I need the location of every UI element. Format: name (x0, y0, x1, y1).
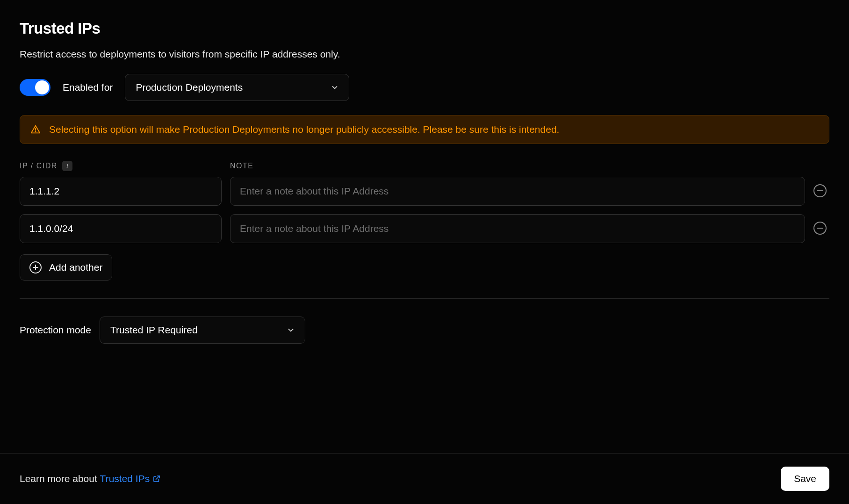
warning-alert: Selecting this option will make Producti… (20, 115, 829, 144)
column-ip-label-text: IP / CIDR (20, 162, 58, 170)
table-header: IP / CIDR i NOTE (20, 161, 829, 171)
protection-mode-label: Protection mode (20, 324, 91, 336)
learn-more-link-text: Trusted IPs (100, 473, 150, 484)
protection-row: Protection mode Trusted IP Required (20, 317, 829, 344)
remove-row-button[interactable] (813, 184, 827, 197)
plus-circle-icon (29, 261, 42, 274)
warning-text: Selecting this option will make Producti… (49, 124, 559, 135)
enabled-toggle[interactable] (20, 79, 50, 96)
page-subtitle: Restrict access to deployments to visito… (20, 49, 829, 60)
scope-select[interactable]: Production Deployments (125, 74, 349, 101)
protection-mode-value: Trusted IP Required (110, 324, 198, 336)
chevron-down-icon (331, 84, 338, 91)
note-input[interactable] (230, 177, 805, 206)
column-ip-label: IP / CIDR i (20, 161, 222, 171)
divider (20, 298, 829, 299)
remove-row-button[interactable] (813, 222, 827, 235)
ip-row (20, 214, 829, 243)
scope-select-value: Production Deployments (136, 82, 243, 93)
column-note-label: NOTE (230, 161, 805, 171)
footer: Learn more about Trusted IPs Save (0, 453, 849, 504)
footer-text: Learn more about Trusted IPs (20, 473, 161, 484)
ip-input[interactable] (20, 214, 222, 243)
warning-icon (30, 124, 41, 135)
column-note-label-text: NOTE (230, 162, 253, 170)
info-icon[interactable]: i (62, 161, 72, 171)
enabled-label: Enabled for (63, 82, 113, 93)
ip-input[interactable] (20, 177, 222, 206)
enable-row: Enabled for Production Deployments (20, 74, 829, 101)
external-link-icon (152, 475, 161, 483)
chevron-down-icon (287, 326, 295, 334)
protection-mode-select[interactable]: Trusted IP Required (100, 317, 305, 344)
ip-row (20, 177, 829, 206)
add-another-label: Add another (49, 262, 102, 273)
add-another-button[interactable]: Add another (20, 254, 112, 281)
learn-more-link[interactable]: Trusted IPs (100, 473, 161, 484)
save-button[interactable]: Save (781, 467, 829, 491)
svg-point-1 (35, 131, 36, 132)
page-title: Trusted IPs (20, 20, 829, 37)
footer-prefix: Learn more about (20, 473, 100, 484)
note-input[interactable] (230, 214, 805, 243)
